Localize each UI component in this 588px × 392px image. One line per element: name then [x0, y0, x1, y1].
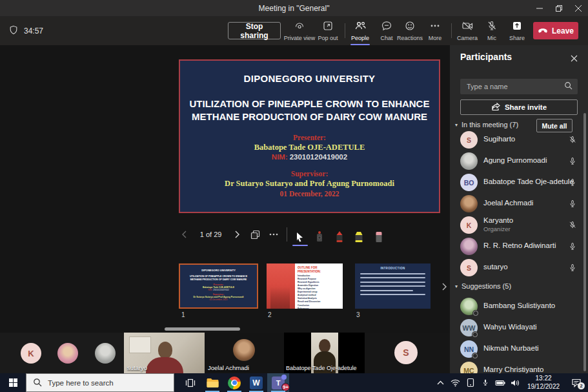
- participant-row[interactable]: Joelal Achmadi: [450, 193, 585, 214]
- hang-up-icon: [538, 26, 548, 36]
- filmstrip-next-button[interactable]: [441, 282, 447, 293]
- microphone-tray-icon[interactable]: [478, 373, 492, 392]
- chevron-down-icon: ▾: [455, 122, 458, 128]
- clock-time: 13:22: [522, 375, 565, 383]
- suggestions-section-header[interactable]: ▾ Suggestions (5): [455, 282, 511, 290]
- start-button[interactable]: [0, 373, 26, 392]
- participant-row[interactable]: R. R. Retno Adiwinarti: [450, 236, 585, 257]
- avatar: [233, 339, 255, 361]
- participants-panel: Participants Share invite ▾ In this meet…: [450, 45, 588, 373]
- video-person: [146, 342, 183, 373]
- video-tile-sutaryo[interactable]: sutaryo: [124, 333, 205, 373]
- chat-icon: [381, 19, 392, 34]
- highlighter-tool[interactable]: [352, 226, 365, 243]
- battery-icon[interactable]: [492, 373, 507, 392]
- eraser-tool[interactable]: [372, 226, 385, 243]
- horizontal-scrollbar[interactable]: [165, 327, 240, 331]
- action-center-button[interactable]: 2: [565, 373, 588, 392]
- participant-row[interactable]: S sutaryo: [450, 257, 585, 278]
- cursor-tool[interactable]: [294, 226, 307, 243]
- people-tab[interactable]: People: [346, 19, 374, 45]
- slide-grid-icon[interactable]: [249, 227, 261, 242]
- mic-muted-icon: [568, 135, 577, 147]
- tray-expand-button[interactable]: [433, 373, 448, 392]
- panel-scrollbar[interactable]: [583, 113, 586, 371]
- previous-slide-button[interactable]: [179, 227, 191, 242]
- thumbnail-photo: [267, 263, 295, 309]
- slide-thumbnail-3[interactable]: INTRODUCTION: [355, 263, 431, 309]
- suggestion-row[interactable]: WW Wahyu Widayati: [450, 317, 585, 338]
- participant-row[interactable]: K Karyanto Organizer: [450, 214, 585, 236]
- mic-toggle[interactable]: Mic: [478, 19, 506, 45]
- search-icon: [33, 378, 42, 388]
- people-icon: [354, 19, 367, 34]
- word-icon: W: [250, 377, 263, 389]
- chrome-button[interactable]: [223, 373, 245, 392]
- video-tile-babatope[interactable]: Babatope Tade Oje-adetule: [284, 333, 365, 373]
- participant-row[interactable]: S Sugiharto: [450, 129, 585, 150]
- slide-thumbnail-1[interactable]: DIPONEGORO UNIVERSITY UTILIZATION OF PIN…: [179, 263, 258, 309]
- reactions-button[interactable]: Reactions: [396, 19, 424, 45]
- more-icon: [429, 19, 441, 34]
- thumbnail-label: 3: [356, 311, 360, 318]
- participant-role: Organizer: [483, 225, 511, 232]
- avatar-tile-s[interactable]: S: [365, 333, 450, 373]
- window-title: Meeting in "General": [259, 4, 330, 13]
- avatar-group-tile[interactable]: K: [0, 333, 124, 373]
- share-invite-button[interactable]: Share invite: [460, 99, 578, 115]
- clock-date: 19/12/2022: [522, 383, 565, 391]
- taskbar-search[interactable]: Type here to search: [26, 373, 174, 392]
- task-view-icon: [185, 378, 196, 388]
- search-icon: [564, 81, 573, 92]
- leave-button[interactable]: Leave: [533, 22, 578, 39]
- share-invite-icon: [491, 103, 500, 112]
- avatar: K: [460, 216, 478, 234]
- panel-close-icon[interactable]: [567, 52, 580, 65]
- taskbar-clock[interactable]: 13:22 19/12/2022: [522, 375, 565, 391]
- speaker-icon[interactable]: [507, 373, 522, 392]
- nav-more-icon[interactable]: [268, 227, 280, 242]
- slide-presenter-name: Babatope Tade OJE-ADETULE: [180, 143, 439, 152]
- share-screen-button[interactable]: Share: [503, 19, 531, 45]
- avatar: [460, 298, 478, 315]
- mic-on-icon: [568, 156, 577, 169]
- toolbar-divider: [451, 23, 452, 38]
- private-view-button[interactable]: Private view: [285, 19, 314, 45]
- search-input[interactable]: [465, 82, 564, 91]
- video-tile-name: Babatope Tade Oje-adetule: [286, 365, 356, 371]
- phone-link-icon[interactable]: [463, 373, 478, 392]
- next-slide-button[interactable]: [230, 227, 243, 242]
- camera-off-icon: [461, 19, 474, 34]
- eye-icon: [294, 19, 305, 34]
- slide-nav-bar: 1 of 29: [179, 225, 385, 244]
- windows-logo-icon: [9, 378, 17, 387]
- minimize-button[interactable]: [530, 0, 549, 16]
- task-view-button[interactable]: [179, 373, 201, 392]
- video-tile-joelal[interactable]: Joelal Achmadi: [205, 333, 284, 373]
- pop-out-button[interactable]: Pop out: [314, 19, 342, 45]
- suggestion-row[interactable]: NN Nikmah Nurbaeti: [450, 338, 585, 360]
- meeting-timer: 34:57: [9, 16, 43, 45]
- pen-tool[interactable]: [333, 226, 346, 243]
- participant-row[interactable]: BO Babatope Tade Oje-adetule: [450, 172, 585, 193]
- slide-thumbnail-2[interactable]: OUTLINE FOR PRESENTATION: Introduction R…: [267, 263, 343, 309]
- avatar: S: [460, 259, 478, 276]
- avatar: K: [21, 343, 41, 364]
- participant-row[interactable]: Agung Purnomoadi: [450, 150, 585, 172]
- laser-pointer-tool[interactable]: [313, 226, 326, 243]
- slide-position: 1 of 29: [200, 231, 222, 238]
- suggestion-row[interactable]: MC Marry Christiyanto: [450, 360, 585, 373]
- close-button[interactable]: [569, 0, 588, 16]
- more-button[interactable]: More: [421, 19, 449, 45]
- teams-button[interactable]: T 9+: [267, 373, 289, 392]
- word-button[interactable]: W: [245, 373, 267, 392]
- maximize-button[interactable]: [549, 0, 569, 16]
- in-meeting-section-header[interactable]: ▾ In this meeting (7): [455, 121, 518, 129]
- participant-search[interactable]: [460, 79, 578, 94]
- mic-on-icon: [568, 242, 577, 254]
- file-explorer-button[interactable]: [201, 373, 223, 392]
- mic-muted-icon: [568, 220, 577, 232]
- stop-sharing-button[interactable]: Stop sharing: [228, 22, 281, 39]
- wifi-icon[interactable]: [448, 373, 463, 392]
- suggestion-row[interactable]: Bambang Sulistiyanto: [450, 296, 585, 317]
